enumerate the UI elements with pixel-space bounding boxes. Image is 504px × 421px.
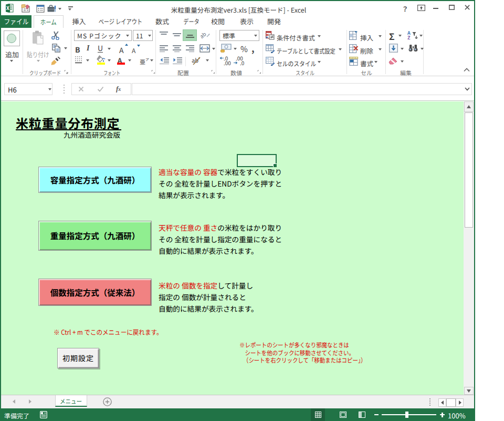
svg-text:ab: ab [201,30,207,40]
svg-text:Z: Z [407,34,411,40]
svg-text:X: X [6,4,10,12]
